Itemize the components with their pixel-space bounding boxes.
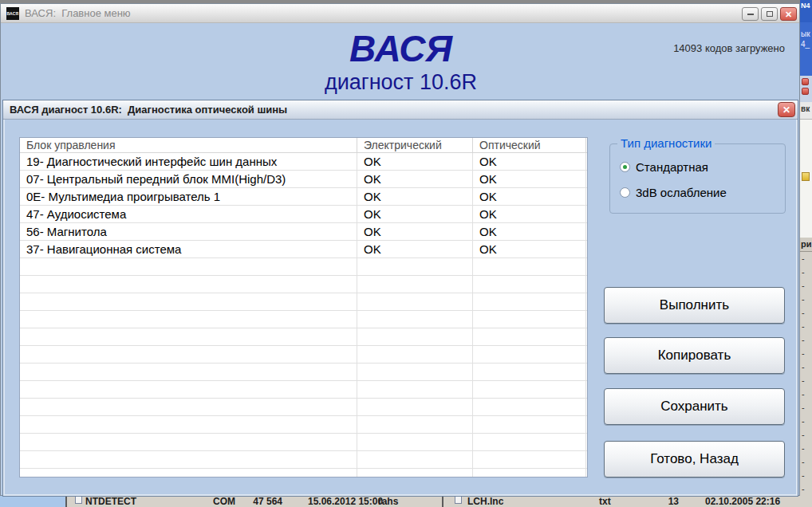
table-cell <box>20 346 357 363</box>
radio-icon[interactable] <box>620 162 630 172</box>
background-list-dash: - <box>802 469 812 482</box>
background-list-dash: - <box>802 387 812 401</box>
table-row-empty <box>20 258 587 276</box>
table-row-empty <box>20 381 587 399</box>
table-cell <box>586 171 588 187</box>
table-cell <box>586 311 588 328</box>
table-cell <box>586 328 588 345</box>
table-cell <box>20 258 357 275</box>
table-row[interactable]: 19- Диагностический интерфейс шин данных… <box>20 153 587 171</box>
radio-option-standard[interactable]: Стандартная <box>620 160 708 174</box>
background-list-dash: - <box>802 265 812 279</box>
table-cell: OK <box>473 171 586 187</box>
app-subtitle: диагност 10.6R <box>1 69 801 95</box>
table-cell <box>473 328 586 345</box>
column-header-electrical[interactable]: Электрический <box>357 138 473 152</box>
diagnostic-type-groupbox: Тип диагностики Стандартная3dB ослаблени… <box>609 143 786 214</box>
radio-icon[interactable] <box>620 187 630 198</box>
control-modules-table: Блок управления Электрический Оптический… <box>19 137 588 478</box>
table-header: Блок управления Электрический Оптический <box>20 138 587 153</box>
table-row-empty <box>20 276 587 293</box>
red-icon <box>802 78 809 85</box>
table-row[interactable]: 47- АудиосистемаOKOK <box>20 206 587 223</box>
dialog-titlebar[interactable]: ВАСЯ диагност 10.6R: Диагностика оптичес… <box>3 100 798 120</box>
background-list-dash: - <box>802 333 812 347</box>
window-controls: ✕ <box>742 7 797 21</box>
minimize-button[interactable] <box>742 7 759 21</box>
table-cell <box>357 364 473 380</box>
table-cell <box>20 381 357 398</box>
background-window-strip: N4 ык 4_ вк ри ------------------ <box>800 0 812 507</box>
table-cell <box>586 451 588 468</box>
table-cell: OK <box>473 206 586 222</box>
close-button[interactable]: ✕ <box>780 7 797 21</box>
table-cell <box>473 258 586 275</box>
brand-header: ВАСЯ диагност 10.6R <box>1 28 801 95</box>
table-cell: OK <box>357 241 473 257</box>
table-cell <box>357 346 473 363</box>
table-cell: OK <box>473 241 586 257</box>
table-row[interactable]: 07- Центральный передний блок MMI(High/D… <box>20 171 587 188</box>
file-row-right[interactable]: LCH.lnc txt 13 02.10.2005 22:16 <box>445 496 812 507</box>
table-cell: 07- Центральный передний блок MMI(High/D… <box>20 171 357 187</box>
main-window: ВАСЯ ВАСЯ: Главное меню ✕ ВАСЯ диагност … <box>0 3 800 496</box>
file-date: 15.06.2012 15:00 <box>308 496 383 507</box>
table-cell <box>473 381 586 398</box>
table-cell <box>357 434 473 450</box>
maximize-button[interactable] <box>761 7 778 21</box>
radio-label: Стандартная <box>636 160 708 174</box>
background-list-dash: - <box>802 442 812 455</box>
file-ext: COM <box>213 496 235 507</box>
main-window-titlebar[interactable]: ВАСЯ ВАСЯ: Главное меню ✕ <box>1 4 799 23</box>
table-cell <box>586 293 588 310</box>
column-header-optical[interactable]: Оптический <box>473 138 586 152</box>
table-cell <box>586 223 588 240</box>
table-cell <box>20 416 357 433</box>
file-size: 47 564 <box>250 496 282 507</box>
table-cell <box>586 469 588 478</box>
background-pane-fragment <box>800 120 812 238</box>
table-cell <box>357 381 473 398</box>
background-list-dash: - <box>802 306 812 320</box>
table-row[interactable]: 0E- Мультимедиа проигрыватель 1OKOK <box>20 188 587 206</box>
done-back-button[interactable]: Готово, Назад <box>604 441 785 478</box>
table-cell <box>586 346 588 363</box>
codes-loaded-status: 14093 кодов загружено <box>657 42 785 54</box>
status-bar: NTDETECT COM 47 564 15.06.2012 15:00 rah… <box>0 496 812 507</box>
table-cell <box>20 434 357 450</box>
table-cell <box>586 241 588 257</box>
table-cell <box>20 399 357 415</box>
background-list-dash: - <box>802 374 812 387</box>
red-icon <box>802 88 809 95</box>
window-title: ВАСЯ: Главное меню <box>25 4 131 23</box>
execute-button[interactable]: Выполнить <box>604 287 785 324</box>
table-cell <box>473 416 586 433</box>
dialog-close-button[interactable]: ✕ <box>778 102 795 117</box>
table-row-empty <box>20 346 587 364</box>
background-list-dash: - <box>802 415 812 428</box>
file-attr: rahs <box>378 496 398 507</box>
table-row[interactable]: 56- МагнитолаOKOK <box>20 223 587 241</box>
minimize-icon <box>747 14 754 15</box>
table-cell <box>357 469 473 478</box>
table-cell <box>357 258 473 275</box>
table-row[interactable]: 37- Навигационная системаOKOK <box>20 241 587 258</box>
table-cell <box>586 188 588 205</box>
file-row-left[interactable]: NTDETECT COM 47 564 15.06.2012 15:00 rah… <box>69 496 443 507</box>
copy-button[interactable]: Копировать <box>604 337 785 374</box>
close-icon: ✕ <box>785 10 792 19</box>
radio-option-3db[interactable]: 3dB ослабление <box>620 186 727 199</box>
save-button[interactable]: Сохранить <box>604 388 785 425</box>
file-date: 02.10.2005 22:16 <box>705 496 780 507</box>
table-cell <box>357 293 473 310</box>
table-cell <box>473 311 586 328</box>
table-cell: OK <box>357 188 473 205</box>
table-cell <box>357 451 473 468</box>
column-header-module[interactable]: Блок управления <box>20 138 357 152</box>
table-row-empty <box>20 451 587 469</box>
file-size: 13 <box>659 496 679 507</box>
app-icon: ВАСЯ <box>6 7 19 20</box>
background-list-dash: - <box>802 320 812 333</box>
table-cell <box>586 206 588 222</box>
table-cell <box>473 346 586 363</box>
